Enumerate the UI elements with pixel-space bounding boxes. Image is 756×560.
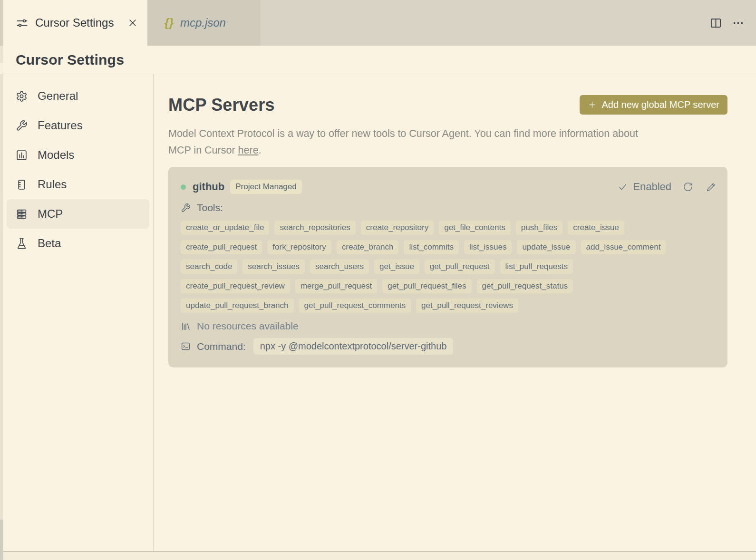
sliders-icon (16, 17, 29, 29)
tool-chip: get_pull_request_comments (299, 299, 411, 313)
description-line-2-text: MCP in Cursor (168, 145, 238, 156)
page-title: Cursor Settings (3, 46, 756, 74)
section-title: MCP Servers (168, 95, 275, 115)
tool-chip: search_code (181, 260, 237, 274)
sidebar-item-mcp[interactable]: MCP (7, 199, 149, 229)
command-label: Command: (197, 341, 246, 352)
resources-row: No resources available (181, 320, 716, 332)
sidebar-item-features[interactable]: Features (7, 111, 149, 140)
tool-chip-row: create_pull_request_reviewmerge_pull_req… (181, 279, 716, 293)
description-line-1: Model Context Protocol is a way to offer… (168, 126, 727, 142)
tool-chip: create_repository (361, 221, 434, 235)
project-managed-badge: Project Managed (230, 180, 302, 194)
sidebar-item-label: Models (38, 148, 74, 162)
gear-icon (16, 90, 28, 102)
cursor-settings-window: Cursor Settings {} mcp.json Cursor Setti… (0, 0, 756, 560)
tool-chip-row: create_or_update_filesearch_repositories… (181, 221, 716, 235)
tool-chip: create_issue (568, 221, 624, 235)
editor-tab-bar: Cursor Settings {} mcp.json (3, 0, 756, 46)
flask-icon (16, 238, 28, 250)
tool-chip: create_pull_request_review (181, 279, 290, 293)
tool-chip: push_files (516, 221, 563, 235)
plus-icon (588, 100, 597, 109)
mcp-heading-row: MCP Servers Add new global MCP server (168, 95, 727, 115)
resources-text: No resources available (197, 320, 299, 332)
sidebar-item-label: General (38, 89, 78, 103)
tool-chip: get_issue (374, 260, 419, 274)
tab-bar-actions (709, 0, 756, 46)
tool-chip: update_issue (517, 240, 575, 254)
here-link[interactable]: here (238, 145, 259, 156)
add-button-label: Add new global MCP server (601, 99, 719, 110)
refresh-icon[interactable] (683, 182, 693, 192)
command-value: npx -y @modelcontextprotocol/server-gith… (253, 338, 454, 355)
server-card-header: github Project Managed Enabled (181, 180, 716, 194)
tool-chip: merge_pull_request (295, 279, 377, 293)
settings-nav: GeneralFeaturesModelsRulesMCPBeta (3, 74, 154, 551)
pencil-icon[interactable] (706, 182, 716, 192)
sidebar-item-label: Features (38, 119, 83, 132)
description-period: . (259, 145, 262, 156)
tool-chip: create_pull_request (181, 240, 262, 254)
server-card-actions: Enabled (618, 181, 716, 193)
add-global-mcp-server-button[interactable]: Add new global MCP server (580, 95, 727, 115)
bar-chart-icon (16, 149, 28, 161)
tool-chip: get_pull_request (425, 260, 495, 274)
tab-label: Cursor Settings (35, 16, 114, 29)
tool-chip: update_pull_request_branch (181, 299, 294, 313)
tool-chip: search_issues (242, 260, 305, 274)
tool-chip: create_or_update_file (181, 221, 269, 235)
tools-label: Tools: (197, 202, 223, 213)
enabled-toggle[interactable]: Enabled (618, 181, 671, 193)
tool-chip: fork_repository (267, 240, 331, 254)
command-row: Command: npx -y @modelcontextprotocol/se… (181, 338, 716, 355)
braces-icon: {} (165, 17, 174, 29)
tool-chip: get_pull_request_files (382, 279, 471, 293)
tool-chip-row: create_pull_requestfork_repositorycreate… (181, 240, 716, 254)
tab-mcp-json[interactable]: {} mcp.json (147, 0, 261, 46)
server-status-dot (181, 184, 186, 190)
sidebar-item-rules[interactable]: Rules (7, 170, 149, 199)
sidebar-item-models[interactable]: Models (7, 140, 149, 170)
tool-chip: list_commits (404, 240, 459, 254)
library-icon (181, 321, 191, 331)
tab-label: mcp.json (180, 16, 226, 29)
more-actions-icon[interactable] (732, 17, 745, 29)
status-bar-edge (3, 551, 756, 560)
tool-chip: add_issue_comment (581, 240, 666, 254)
tool-chip: create_branch (337, 240, 399, 254)
mcp-settings-panel: MCP Servers Add new global MCP server Mo… (154, 74, 756, 551)
tools-row: Tools: (181, 202, 716, 213)
tools-chip-rows: create_or_update_filesearch_repositories… (181, 221, 716, 313)
mcp-description: Model Context Protocol is a way to offer… (168, 126, 727, 159)
window-edge (0, 0, 3, 560)
description-line-2: MCP in Cursor here. (168, 142, 727, 159)
terminal-icon (181, 341, 191, 351)
sidebar-item-label: Rules (38, 178, 67, 191)
tool-chip: get_file_contents (439, 221, 511, 235)
tool-chip-row: search_codesearch_issuessearch_usersget_… (181, 260, 716, 274)
enabled-label: Enabled (633, 181, 671, 193)
tool-chip: list_issues (464, 240, 512, 254)
tool-chip: search_users (310, 260, 369, 274)
server-name: github (193, 181, 224, 193)
sidebar-item-label: Beta (38, 237, 61, 250)
split-editor-icon[interactable] (709, 17, 722, 29)
tool-chip: list_pull_requests (500, 260, 573, 274)
close-icon[interactable] (127, 18, 138, 28)
tool-chip-row: update_pull_request_branchget_pull_reque… (181, 299, 716, 313)
sidebar-item-general[interactable]: General (7, 81, 149, 111)
settings-body: GeneralFeaturesModelsRulesMCPBeta MCP Se… (3, 74, 756, 551)
tool-chip: get_pull_request_status (477, 279, 573, 293)
mcp-server-card-github: github Project Managed Enabled Tools: (168, 167, 727, 367)
tool-chip: search_repositories (274, 221, 355, 235)
tab-cursor-settings[interactable]: Cursor Settings (3, 0, 147, 46)
sidebar-item-label: MCP (38, 207, 63, 221)
check-icon (618, 182, 628, 192)
rules-icon (16, 179, 28, 191)
tools-icon (16, 120, 28, 132)
sidebar-item-beta[interactable]: Beta (7, 229, 149, 258)
server-stack-icon (16, 208, 28, 220)
tool-chip: get_pull_request_reviews (416, 299, 518, 313)
tools-icon (181, 203, 191, 213)
